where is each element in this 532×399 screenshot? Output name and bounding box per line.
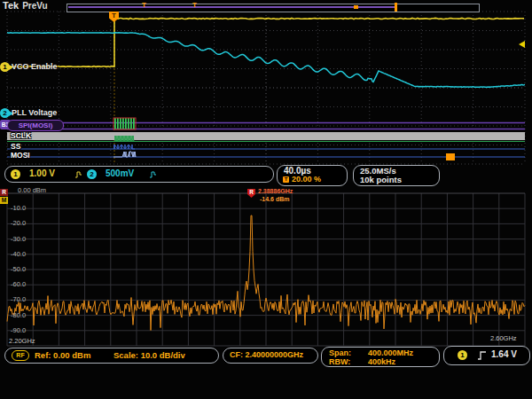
- x-axis-end-label: 2.60GHz: [490, 334, 517, 342]
- rf-span-label: Span:: [329, 348, 351, 357]
- record-expansion-t-icon: T: [192, 2, 197, 9]
- rf-badge-icon: RF: [12, 350, 29, 361]
- bus-burst-activity: [130, 118, 132, 129]
- rf-span-rbw-readout[interactable]: Span: 400.000MHz RBW: 400kHz: [321, 347, 440, 367]
- y-axis-top-label: 0.00 dBm: [18, 186, 46, 194]
- rf-cf-value: CF: 2.40000000GHz: [230, 350, 303, 359]
- rf-ref-level: Ref: 0.00 dBm: [35, 350, 90, 360]
- rf-vertical-readout[interactable]: RF Ref: 0.00 dBm Scale: 10.0 dB/div: [4, 348, 219, 364]
- bus-burst-activity: [122, 118, 124, 129]
- ref-level-badge: R: [0, 189, 8, 196]
- ch1-scale-value: 1.00 V: [29, 168, 55, 178]
- ch1-scale-badge: 1: [11, 169, 20, 179]
- digital-label-ss: SS: [11, 143, 20, 151]
- bus-burst-frame: [113, 118, 136, 129]
- ch1-coupling-icon: [74, 170, 82, 178]
- rf-rbw-label: RBW:: [329, 357, 350, 366]
- trigger-level-arrow-icon[interactable]: [519, 41, 525, 48]
- digital-label-mosi: MOSI: [11, 152, 30, 160]
- trigger-position-value: 20.00 %: [292, 175, 321, 184]
- marker-level-badge: M: [0, 197, 8, 204]
- ch1-label: VCO Enable: [12, 62, 58, 71]
- ch2-scale-value: 500mV: [106, 168, 134, 178]
- acquisition-status: PreVu: [22, 1, 48, 11]
- y-axis-tick-label: -30.0: [11, 235, 26, 243]
- brand-logo: Tek: [3, 0, 19, 11]
- horizontal-readout[interactable]: 40.0µs T 20.00 %: [277, 165, 348, 186]
- digital-label-sclk: SCLK: [11, 132, 31, 140]
- mini-trigger-icon: T: [283, 176, 289, 183]
- y-axis-tick-label: -10.0: [11, 204, 26, 212]
- bus-burst-activity: [125, 118, 127, 129]
- bus-burst-activity: [133, 118, 135, 129]
- selected-digital-channel-bar[interactable]: [7, 132, 525, 140]
- channel-scale-readout[interactable]: 1 1.00 V 2 500mV: [4, 166, 274, 183]
- trigger-source-badge: 1: [458, 350, 467, 360]
- oscilloscope-screen: TekPreVu T T T 1 2 B1 VCO Enable PLL Vol…: [0, 0, 532, 399]
- rf-center-frequency-readout[interactable]: CF: 2.40000000GHz: [223, 348, 318, 364]
- rf-rbw-value: 400kHz: [368, 357, 395, 366]
- rf-span-value: 400.000MHz: [368, 348, 413, 357]
- rising-edge-icon: [477, 350, 487, 361]
- ch2-scale-badge: 2: [87, 169, 97, 179]
- bus-label[interactable]: SPI(MOSI): [7, 120, 64, 131]
- digital-burst: [113, 152, 136, 157]
- ch1-trace: [7, 18, 524, 66]
- trigger-readout[interactable]: 1 1.64 V: [443, 346, 530, 365]
- y-axis-tick-label: -70.0: [11, 295, 26, 303]
- digital-event-marker: [446, 153, 455, 160]
- brand-area: TekPreVu: [3, 0, 48, 11]
- record-length-value: 10k points: [360, 175, 402, 184]
- ch1-reference-badge[interactable]: 1: [0, 62, 10, 72]
- rf-scale: Scale: 10.0 dB/div: [113, 350, 185, 360]
- bus-burst-activity: [117, 118, 119, 129]
- record-view-bar[interactable]: [66, 4, 480, 12]
- acquisition-readout[interactable]: 25.0MS/s 10k points: [353, 165, 440, 186]
- ch2-reference-badge[interactable]: 2: [0, 108, 10, 118]
- y-axis-tick-label: -50.0: [11, 265, 26, 273]
- bus-burst-activity: [128, 118, 129, 129]
- marker-amplitude-readout: -14.6 dBm: [260, 196, 289, 202]
- y-axis-tick-label: -40.0: [11, 250, 26, 258]
- bus-burst-activity: [114, 118, 116, 129]
- bus-burst-activity: [120, 118, 121, 129]
- y-axis-tick-label: -20.0: [11, 219, 26, 227]
- record-trigger-t-icon: T: [142, 2, 146, 9]
- spectrum-time-bracket-icon: [395, 3, 397, 12]
- x-axis-start-label: 2.20GHz: [9, 337, 35, 345]
- marker-frequency-readout: 2.38886GHz: [258, 188, 293, 194]
- record-view-bus-trace: [68, 6, 395, 8]
- ch2-coupling-icon: [149, 170, 157, 178]
- y-axis-tick-label: -60.0: [11, 280, 26, 288]
- y-axis-tick-label: -80.0: [11, 311, 26, 319]
- trigger-level-value: 1.64 V: [491, 349, 517, 359]
- ch2-label: PLL Voltage: [12, 108, 57, 117]
- record-marker-icon: [354, 5, 358, 9]
- y-axis-tick-label: -90.0: [11, 326, 26, 334]
